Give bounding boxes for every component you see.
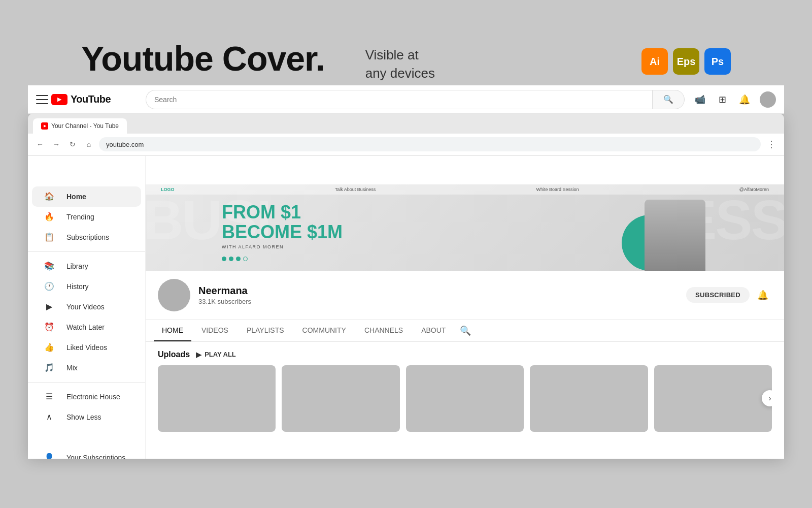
sidebar-label-your-videos: Your Videos xyxy=(66,303,105,311)
uploads-section: Uploads ▶ PLAY ALL › xyxy=(146,342,784,440)
video-thumbnail-4[interactable] xyxy=(530,365,648,432)
sidebar-label-trending: Trending xyxy=(66,213,94,221)
channel-banner: LOGO Talk About Business White Board Ses… xyxy=(146,184,784,271)
play-all-label: PLAY ALL xyxy=(205,351,236,358)
sidebar-label-subscriptions: Subscriptions xyxy=(66,233,109,241)
illustrator-icon: Ai xyxy=(641,48,668,75)
sidebar-item-your-videos[interactable]: ▶ Your Videos xyxy=(32,297,141,317)
sidebar-label-library: Library xyxy=(66,262,88,270)
sidebar-label-history: History xyxy=(66,282,89,291)
subtitle-block: Visible atany devices xyxy=(365,41,435,83)
tab-title: Your Channel - You Tube xyxy=(51,122,119,130)
tab-home[interactable]: HOME xyxy=(154,320,191,341)
sidebar-divider-2 xyxy=(28,382,145,383)
channel-avatar xyxy=(158,279,190,311)
banner-inner: LOGO Talk About Business White Board Ses… xyxy=(146,184,784,271)
video-thumbnail-2[interactable] xyxy=(282,365,399,432)
channel-details: Neermana 33.1K subscribers xyxy=(198,285,678,305)
sidebar-item-trending[interactable]: 🔥 Trending xyxy=(32,207,141,227)
sidebar-label-your-subscriptions: Your Subscriptions xyxy=(66,454,125,459)
browser-window: Your Channel - You Tube ← → ↻ ⌂ youtube.… xyxy=(28,113,784,459)
yt-sidebar: 🏠 Home 🔥 Trending 📋 Subscriptions 📚 Libr… xyxy=(28,156,146,459)
uploads-title: Uploads xyxy=(158,350,190,359)
video-thumbnail-1[interactable] xyxy=(158,365,276,432)
sidebar-item-home[interactable]: 🏠 Home xyxy=(32,186,141,207)
browser-tab-active[interactable]: Your Channel - You Tube xyxy=(33,118,127,134)
channel-search-icon[interactable]: 🔍 xyxy=(460,325,471,336)
tab-videos[interactable]: VIDEOS xyxy=(193,320,236,341)
channel-info: Neermana 33.1K subscribers SUBSCRIBED 🔔 xyxy=(146,271,784,320)
browser-menu-button[interactable]: ⋮ xyxy=(765,139,778,150)
yt-main-content: LOGO Talk About Business White Board Ses… xyxy=(146,156,784,459)
sidebar-item-history[interactable]: 🕐 History xyxy=(32,276,141,297)
photoshop-icon: Ps xyxy=(704,48,731,75)
app-icons-group: Ai Eps Ps xyxy=(641,48,731,75)
forward-button[interactable]: → xyxy=(50,138,62,150)
sidebar-item-electronic-house[interactable]: ☰ Electronic House xyxy=(32,387,141,407)
browser-toolbar: ← → ↻ ⌂ youtube.com ⋮ xyxy=(28,134,784,156)
video-grid: › xyxy=(158,365,772,432)
your-videos-icon: ▶ xyxy=(44,302,54,312)
yt-app-container: YouTube 🔍 📹 ⊞ 🔔 🏠 Home xyxy=(28,156,784,459)
address-bar[interactable]: youtube.com xyxy=(99,137,761,151)
mix-icon: 🎵 xyxy=(44,363,54,373)
page-subtitle: Visible atany devices xyxy=(365,41,435,83)
trending-icon: 🔥 xyxy=(44,212,54,222)
dot-2 xyxy=(229,257,233,261)
dot-4 xyxy=(243,257,248,261)
tab-playlists[interactable]: PLAYLISTS xyxy=(239,320,292,341)
subscriptions-sub-icon: 👤 xyxy=(44,453,54,459)
sidebar-item-your-subscriptions[interactable]: 👤 Your Subscriptions xyxy=(32,448,141,459)
sidebar-item-subscriptions[interactable]: 📋 Subscriptions xyxy=(32,227,141,247)
banner-link-1: Talk About Business xyxy=(335,187,376,192)
back-button[interactable]: ← xyxy=(34,138,46,150)
sidebar-label-home: Home xyxy=(66,193,86,201)
sidebar-item-show-less[interactable]: ∧ Show Less xyxy=(32,407,141,427)
tab-about[interactable]: ABOUT xyxy=(413,320,454,341)
play-all-icon: ▶ xyxy=(196,351,201,359)
dot-3 xyxy=(236,257,241,261)
banner-person-silhouette xyxy=(645,200,705,271)
tab-channels[interactable]: CHANNELS xyxy=(356,320,411,341)
video-thumbnail-3[interactable] xyxy=(406,365,524,432)
sidebar-label-watch-later: Watch Later xyxy=(66,323,105,331)
channel-actions: SUBSCRIBED 🔔 xyxy=(686,286,772,304)
tab-favicon-icon xyxy=(41,122,48,130)
title-block: Youtube Cover. Visible atany devices xyxy=(81,41,435,83)
page-title: Youtube Cover. xyxy=(81,41,325,77)
channel-subscribers: 33.1K subscribers xyxy=(198,298,678,305)
tab-community[interactable]: COMMUNITY xyxy=(294,320,354,341)
eps-icon: Eps xyxy=(673,48,699,75)
sidebar-item-mix[interactable]: 🎵 Mix xyxy=(32,358,141,378)
video-thumbnail-5[interactable] xyxy=(654,365,772,432)
sidebar-divider-1 xyxy=(28,251,145,252)
sidebar-label-electronic-house: Electronic House xyxy=(66,393,120,401)
banner-text-block: FROM $1 BECOME $1M WITH ALFARO MOREN xyxy=(222,202,343,261)
sidebar-spacer xyxy=(28,427,145,448)
play-all-button[interactable]: ▶ PLAY ALL xyxy=(196,351,236,359)
sidebar-label-show-less: Show Less xyxy=(66,413,101,421)
home-button[interactable]: ⌂ xyxy=(83,138,95,150)
history-icon: 🕐 xyxy=(44,281,54,292)
banner-link-2: White Board Session xyxy=(536,187,579,192)
channel-name: Neermana xyxy=(198,285,678,297)
banner-subheadline: WITH ALFARO MOREN xyxy=(222,244,343,249)
liked-videos-icon: 👍 xyxy=(44,342,54,353)
notification-bell-button[interactable]: 🔔 xyxy=(754,286,772,304)
subscribe-button[interactable]: SUBSCRIBED xyxy=(686,287,750,303)
banner-headline-2: BECOME $1M xyxy=(222,222,343,242)
sidebar-item-liked-videos[interactable]: 👍 Liked Videos xyxy=(32,337,141,358)
channel-tabs: HOME VIDEOS PLAYLISTS COMMUNITY CHANNELS… xyxy=(146,320,784,342)
refresh-button[interactable]: ↻ xyxy=(66,138,79,150)
banner-dots xyxy=(222,257,343,261)
dot-1 xyxy=(222,257,226,261)
uploads-header: Uploads ▶ PLAY ALL xyxy=(158,350,772,359)
url-text: youtube.com xyxy=(106,141,144,148)
home-icon: 🏠 xyxy=(44,192,54,202)
sidebar-label-mix: Mix xyxy=(66,364,78,372)
banner-headline-1: FROM $1 xyxy=(222,202,343,223)
sidebar-item-library[interactable]: 📚 Library xyxy=(32,256,141,276)
library-icon: 📚 xyxy=(44,261,54,271)
show-less-icon: ∧ xyxy=(44,412,54,422)
sidebar-item-watch-later[interactable]: ⏰ Watch Later xyxy=(32,317,141,337)
